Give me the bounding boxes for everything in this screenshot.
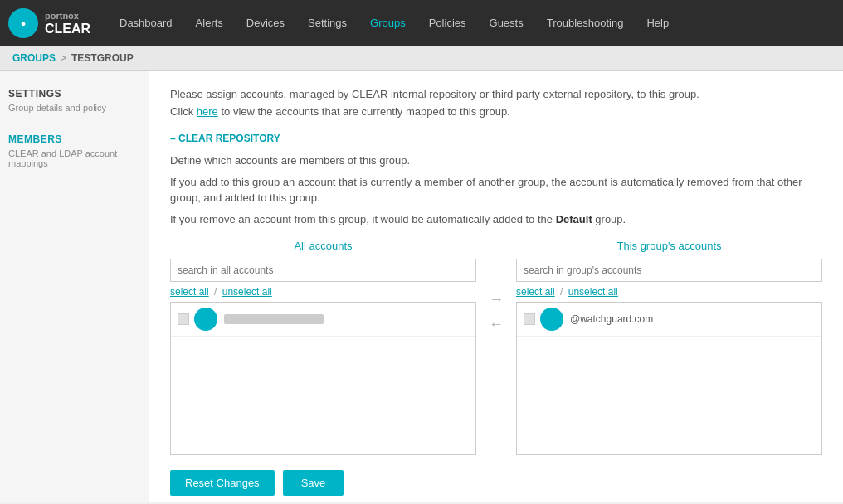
list-item-avatar xyxy=(194,308,217,331)
sidebar-settings[interactable]: SETTINGS Group details and policy xyxy=(8,88,140,113)
all-accounts-panel: All accounts select all / unselect all xyxy=(170,240,476,455)
nav-help[interactable]: Help xyxy=(635,0,680,46)
intro-before: Click xyxy=(170,105,197,118)
sidebar-settings-subtitle: Group details and policy xyxy=(8,103,140,113)
nav-troubleshooting[interactable]: Troubleshooting xyxy=(535,0,636,46)
main-layout: SETTINGS Group details and policy MEMBER… xyxy=(0,71,843,502)
bottom-buttons: Reset Changes Save xyxy=(170,470,822,496)
save-button[interactable]: Save xyxy=(283,470,344,496)
all-select-all[interactable]: select all xyxy=(170,286,209,298)
desc3-bold: Default xyxy=(556,213,592,225)
list-item[interactable] xyxy=(171,303,475,337)
transfer-arrows: → ← xyxy=(476,240,516,334)
list-item-text xyxy=(224,314,324,324)
group-accounts-links: select all / unselect all xyxy=(516,286,822,298)
sidebar-members-subtitle: CLEAR and LDAP account mappings xyxy=(8,148,140,168)
logo: ● portnox CLEAR xyxy=(8,8,91,38)
sidebar: SETTINGS Group details and policy MEMBER… xyxy=(0,71,149,502)
main-content: Please assign accounts, managed by CLEAR… xyxy=(149,71,843,502)
group-accounts-list[interactable]: @watchguard.com xyxy=(516,302,822,455)
list-item-avatar xyxy=(540,308,563,331)
intro-after: to view the accounts that are currently … xyxy=(218,105,510,118)
breadcrumb-separator: > xyxy=(61,52,66,64)
list-item-text: @watchguard.com xyxy=(570,313,653,325)
group-accounts-title: This group's accounts xyxy=(516,240,822,252)
all-accounts-title: All accounts xyxy=(170,240,476,252)
nav-policies[interactable]: Policies xyxy=(417,0,478,46)
nav-guests[interactable]: Guests xyxy=(478,0,535,46)
sidebar-members-title: MEMBERS xyxy=(8,133,140,145)
list-item-checkbox[interactable] xyxy=(524,313,535,325)
intro-text-1: Please assign accounts, managed by CLEAR… xyxy=(170,88,822,100)
intro-text-2: Click here to view the accounts that are… xyxy=(170,105,822,118)
arrow-right-button[interactable]: → xyxy=(486,289,506,309)
desc3-after: group. xyxy=(592,213,626,225)
all-accounts-links: select all / unselect all xyxy=(170,286,476,298)
all-links-sep: / xyxy=(214,286,220,298)
sidebar-members[interactable]: MEMBERS CLEAR and LDAP account mappings xyxy=(8,133,140,168)
breadcrumb-current: TESTGROUP xyxy=(71,52,134,64)
group-links-sep: / xyxy=(560,286,566,298)
nav-groups[interactable]: Groups xyxy=(358,0,417,46)
desc-3: If you remove an account from this group… xyxy=(170,211,822,228)
all-accounts-list[interactable] xyxy=(170,302,476,455)
nav-alerts[interactable]: Alerts xyxy=(184,0,235,46)
breadcrumb: GROUPS > TESTGROUP xyxy=(0,46,843,71)
logo-icon: ● xyxy=(8,8,38,38)
nav-dashboard[interactable]: Dashboard xyxy=(108,0,184,46)
dual-list: All accounts select all / unselect all xyxy=(170,240,822,455)
all-unselect-all[interactable]: unselect all xyxy=(222,286,272,298)
nav-settings[interactable]: Settings xyxy=(296,0,358,46)
top-navigation: ● portnox CLEAR Dashboard Alerts Devices… xyxy=(0,0,843,46)
group-accounts-panel: This group's accounts select all / unsel… xyxy=(516,240,822,455)
arrow-left-button[interactable]: ← xyxy=(486,314,506,334)
sidebar-settings-title: SETTINGS xyxy=(8,88,140,99)
reset-changes-button[interactable]: Reset Changes xyxy=(170,470,275,496)
desc-1: Define which accounts are members of thi… xyxy=(170,153,822,169)
group-select-all[interactable]: select all xyxy=(516,286,555,298)
repo-header: – CLEAR REPOSITORY xyxy=(170,133,822,144)
all-accounts-search[interactable] xyxy=(170,259,476,282)
nav-items: Dashboard Alerts Devices Settings Groups… xyxy=(108,0,680,46)
group-unselect-all[interactable]: unselect all xyxy=(568,286,618,298)
desc-2: If you add to this group an account that… xyxy=(170,174,822,206)
group-accounts-search[interactable] xyxy=(516,259,822,282)
logo-portnox: portnox xyxy=(45,11,79,21)
list-item[interactable]: @watchguard.com xyxy=(517,303,821,337)
logo-clear: CLEAR xyxy=(45,22,90,36)
intro-here-link[interactable]: here xyxy=(197,105,218,118)
desc3-before: If you remove an account from this group… xyxy=(170,213,556,225)
breadcrumb-parent[interactable]: GROUPS xyxy=(12,52,56,64)
list-item-checkbox[interactable] xyxy=(178,313,189,325)
nav-devices[interactable]: Devices xyxy=(235,0,296,46)
